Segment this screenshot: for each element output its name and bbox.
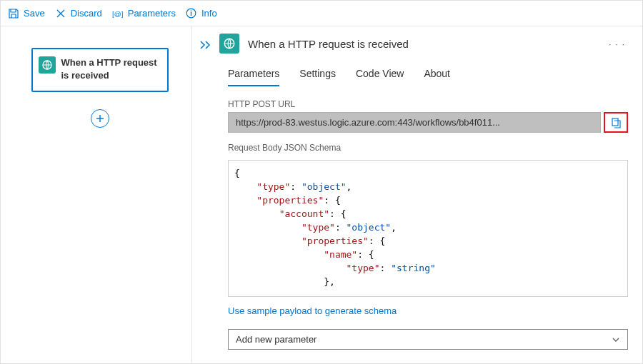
http-trigger-icon <box>219 34 239 54</box>
parameters-icon: [@] <box>112 8 124 19</box>
editor-title: When a HTTP request is received <box>248 38 609 50</box>
editor-header: When a HTTP request is received · · · <box>199 34 628 54</box>
copy-icon <box>610 117 622 128</box>
info-button[interactable]: Info <box>186 8 217 19</box>
discard-label: Discard <box>71 8 102 19</box>
parameters-button[interactable]: [@] Parameters <box>112 8 176 19</box>
plus-icon <box>95 113 105 123</box>
save-button[interactable]: Save <box>8 8 45 19</box>
parameters-label: Parameters <box>128 8 176 19</box>
editor-content: HTTP POST URL https://prod-83.westus.log… <box>228 99 628 350</box>
collapse-toggle[interactable] <box>199 37 219 50</box>
svg-rect-6 <box>612 118 618 126</box>
app-root: Save Discard [@] Parameters Info <box>0 0 643 364</box>
use-sample-payload-link[interactable]: Use sample payload to generate schema <box>228 305 628 316</box>
add-parameter-dropdown[interactable]: Add new parameter <box>228 329 628 350</box>
svg-text:[@]: [@] <box>112 9 124 17</box>
copy-url-button[interactable] <box>604 112 628 133</box>
save-label: Save <box>24 8 45 19</box>
tab-settings[interactable]: Settings <box>299 68 336 86</box>
tab-about[interactable]: About <box>424 68 450 86</box>
body: When a HTTP request is received When a H… <box>1 26 642 363</box>
svg-point-2 <box>191 10 192 11</box>
chevrons-right-icon <box>199 40 212 50</box>
more-menu[interactable]: · · · <box>609 39 628 49</box>
add-step-button[interactable] <box>91 109 109 128</box>
chevron-down-icon <box>612 335 620 344</box>
json-schema-editor[interactable]: { "type": "object", "properties": { "acc… <box>228 160 628 297</box>
designer-canvas: When a HTTP request is received <box>1 26 192 363</box>
editor-tabs: Parameters Settings Code View About <box>228 68 628 86</box>
trigger-card[interactable]: When a HTTP request is received <box>31 48 169 92</box>
tab-codeview[interactable]: Code View <box>356 68 404 86</box>
save-icon <box>8 8 19 19</box>
discard-button[interactable]: Discard <box>55 8 102 19</box>
url-label: HTTP POST URL <box>228 99 628 109</box>
close-icon <box>55 8 66 19</box>
http-trigger-icon <box>39 56 56 74</box>
trigger-card-title: When a HTTP request is received <box>61 56 160 82</box>
info-label: Info <box>201 8 217 19</box>
svg-rect-3 <box>191 12 191 16</box>
schema-label: Request Body JSON Schema <box>228 143 628 153</box>
tab-parameters[interactable]: Parameters <box>228 68 279 86</box>
toolbar: Save Discard [@] Parameters Info <box>1 1 642 26</box>
editor-panel: When a HTTP request is received · · · Pa… <box>192 26 642 363</box>
info-icon <box>186 8 197 19</box>
url-row: https://prod-83.westus.logic.azure.com:4… <box>228 112 628 133</box>
http-post-url-field[interactable]: https://prod-83.westus.logic.azure.com:4… <box>228 112 601 133</box>
add-parameter-label: Add new parameter <box>236 334 316 345</box>
